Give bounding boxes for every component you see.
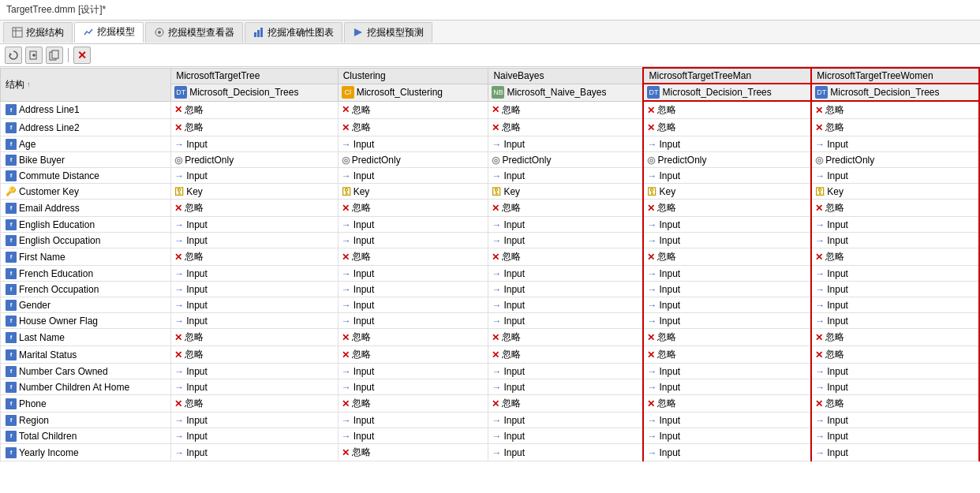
row-structure-house_owner_flag[interactable]: f House Owner Flag xyxy=(1,313,171,329)
cell-marital_status-mttman[interactable]: ✕ 忽略 xyxy=(643,346,811,364)
cell-french_education-naivebayes[interactable]: → Input xyxy=(488,266,644,282)
cell-email_address-mttman[interactable]: ✕ 忽略 xyxy=(643,200,811,217)
cell-phone-mttwoman[interactable]: ✕ 忽略 xyxy=(811,395,979,413)
cell-house_owner_flag-naivebayes[interactable]: → Input xyxy=(488,313,644,329)
cell-email_address-mttwoman[interactable]: ✕ 忽略 xyxy=(811,200,979,217)
row-structure-phone[interactable]: f Phone xyxy=(1,395,171,413)
cell-number_cars_owned-mtt[interactable]: → Input xyxy=(171,364,338,379)
cell-bike_buyer-mttman[interactable]: ◎ PredictOnly xyxy=(643,152,811,168)
cell-gender-mtt[interactable]: → Input xyxy=(171,297,338,313)
clustering-column-header[interactable]: Clustering xyxy=(338,68,488,84)
row-structure-number_children_at_home[interactable]: f Number Children At Home xyxy=(1,379,171,395)
row-structure-customer_key[interactable]: 🔑 Customer Key xyxy=(1,184,171,200)
cell-total_children-mttwoman[interactable]: → Input xyxy=(811,428,979,444)
cell-number_children_at_home-mttwoman[interactable]: → Input xyxy=(811,379,979,395)
cell-region-clustering[interactable]: → Input xyxy=(338,413,488,428)
row-structure-yearly_income[interactable]: f Yearly Income xyxy=(1,444,171,461)
cell-customer_key-clustering[interactable]: ⚿ Key xyxy=(338,184,488,200)
cell-first_name-mttman[interactable]: ✕ 忽略 xyxy=(643,248,811,266)
row-structure-age[interactable]: f Age xyxy=(1,136,171,152)
row-structure-commute_distance[interactable]: f Commute Distance xyxy=(1,168,171,184)
cell-address_line1-clustering[interactable]: ✕ 忽略 xyxy=(338,101,488,119)
cell-french_occupation-clustering[interactable]: → Input xyxy=(338,282,488,297)
row-structure-region[interactable]: f Region xyxy=(1,413,171,428)
cell-customer_key-mttwoman[interactable]: ⚿ Key xyxy=(811,184,979,200)
cell-marital_status-mttwoman[interactable]: ✕ 忽略 xyxy=(811,346,979,364)
cell-phone-naivebayes[interactable]: ✕ 忽略 xyxy=(488,395,644,413)
cell-english_education-mttwoman[interactable]: → Input xyxy=(811,217,979,233)
cell-customer_key-mttman[interactable]: ⚿ Key xyxy=(643,184,811,200)
row-structure-gender[interactable]: f Gender xyxy=(1,297,171,313)
cell-bike_buyer-mtt[interactable]: ◎ PredictOnly xyxy=(171,152,338,168)
cell-english_occupation-clustering[interactable]: → Input xyxy=(338,233,488,248)
cell-address_line1-mtt[interactable]: ✕ 忽略 xyxy=(171,101,338,119)
cell-gender-clustering[interactable]: → Input xyxy=(338,297,488,313)
cell-yearly_income-clustering[interactable]: ✕ 忽略 xyxy=(338,444,488,461)
cell-address_line2-naivebayes[interactable]: ✕ 忽略 xyxy=(488,119,644,136)
cell-french_occupation-mtt[interactable]: → Input xyxy=(171,282,338,297)
cell-house_owner_flag-mttman[interactable]: → Input xyxy=(643,313,811,329)
cell-french_education-clustering[interactable]: → Input xyxy=(338,266,488,282)
row-structure-address_line2[interactable]: f Address Line2 xyxy=(1,119,171,136)
cell-number_cars_owned-naivebayes[interactable]: → Input xyxy=(488,364,644,379)
cell-age-mttwoman[interactable]: → Input xyxy=(811,136,979,152)
cell-english_occupation-mttwoman[interactable]: → Input xyxy=(811,233,979,248)
cell-total_children-clustering[interactable]: → Input xyxy=(338,428,488,444)
delete-button[interactable]: ✕ xyxy=(73,47,91,64)
cell-region-mttwoman[interactable]: → Input xyxy=(811,413,979,428)
cell-english_occupation-mttman[interactable]: → Input xyxy=(643,233,811,248)
cell-email_address-naivebayes[interactable]: ✕ 忽略 xyxy=(488,200,644,217)
row-structure-marital_status[interactable]: f Marital Status xyxy=(1,346,171,364)
cell-phone-mttman[interactable]: ✕ 忽略 xyxy=(643,395,811,413)
row-structure-english_occupation[interactable]: f English Occupation xyxy=(1,233,171,248)
cell-french_education-mttwoman[interactable]: → Input xyxy=(811,266,979,282)
cell-phone-clustering[interactable]: ✕ 忽略 xyxy=(338,395,488,413)
mttwoman-column-header[interactable]: MicrosoftTargetTreeWomen xyxy=(811,68,979,84)
cell-customer_key-mtt[interactable]: ⚿ Key xyxy=(171,184,338,200)
row-structure-address_line1[interactable]: f Address Line1 xyxy=(1,101,171,119)
cell-number_cars_owned-clustering[interactable]: → Input xyxy=(338,364,488,379)
cell-age-clustering[interactable]: → Input xyxy=(338,136,488,152)
cell-address_line2-mttman[interactable]: ✕ 忽略 xyxy=(643,119,811,136)
row-structure-email_address[interactable]: f Email Address xyxy=(1,200,171,217)
cell-number_children_at_home-mtt[interactable]: → Input xyxy=(171,379,338,395)
cell-total_children-naivebayes[interactable]: → Input xyxy=(488,428,644,444)
cell-region-mtt[interactable]: → Input xyxy=(171,413,338,428)
cell-commute_distance-mttman[interactable]: → Input xyxy=(643,168,811,184)
cell-bike_buyer-naivebayes[interactable]: ◎ PredictOnly xyxy=(488,152,644,168)
cell-marital_status-mtt[interactable]: ✕ 忽略 xyxy=(171,346,338,364)
cell-region-mttman[interactable]: → Input xyxy=(643,413,811,428)
cell-gender-mttman[interactable]: → Input xyxy=(643,297,811,313)
cell-marital_status-clustering[interactable]: ✕ 忽略 xyxy=(338,346,488,364)
cell-last_name-mttman[interactable]: ✕ 忽略 xyxy=(643,329,811,346)
row-structure-french_occupation[interactable]: f French Occupation xyxy=(1,282,171,297)
cell-marital_status-naivebayes[interactable]: ✕ 忽略 xyxy=(488,346,644,364)
cell-email_address-clustering[interactable]: ✕ 忽略 xyxy=(338,200,488,217)
cell-house_owner_flag-clustering[interactable]: → Input xyxy=(338,313,488,329)
cell-french_occupation-naivebayes[interactable]: → Input xyxy=(488,282,644,297)
row-structure-last_name[interactable]: f Last Name xyxy=(1,329,171,346)
row-structure-bike_buyer[interactable]: f Bike Buyer xyxy=(1,152,171,168)
tab-mining-model[interactable]: 挖掘模型 xyxy=(74,22,144,43)
cell-number_cars_owned-mttwoman[interactable]: → Input xyxy=(811,364,979,379)
cell-french_occupation-mttwoman[interactable]: → Input xyxy=(811,282,979,297)
cell-total_children-mtt[interactable]: → Input xyxy=(171,428,338,444)
cell-number_children_at_home-clustering[interactable]: → Input xyxy=(338,379,488,395)
cell-last_name-naivebayes[interactable]: ✕ 忽略 xyxy=(488,329,644,346)
cell-bike_buyer-mttwoman[interactable]: ◎ PredictOnly xyxy=(811,152,979,168)
cell-phone-mtt[interactable]: ✕ 忽略 xyxy=(171,395,338,413)
cell-commute_distance-naivebayes[interactable]: → Input xyxy=(488,168,644,184)
refresh-button[interactable] xyxy=(5,47,22,64)
cell-commute_distance-mtt[interactable]: → Input xyxy=(171,168,338,184)
cell-first_name-mtt[interactable]: ✕ 忽略 xyxy=(171,248,338,266)
cell-address_line2-mtt[interactable]: ✕ 忽略 xyxy=(171,119,338,136)
tab-prediction[interactable]: 挖掘模型预测 xyxy=(344,22,432,43)
row-structure-number_cars_owned[interactable]: f Number Cars Owned xyxy=(1,364,171,379)
new-button[interactable] xyxy=(25,47,43,64)
cell-last_name-mtt[interactable]: ✕ 忽略 xyxy=(171,329,338,346)
cell-last_name-clustering[interactable]: ✕ 忽略 xyxy=(338,329,488,346)
cell-age-mtt[interactable]: → Input xyxy=(171,136,338,152)
cell-address_line1-naivebayes[interactable]: ✕ 忽略 xyxy=(488,101,644,119)
cell-first_name-clustering[interactable]: ✕ 忽略 xyxy=(338,248,488,266)
cell-bike_buyer-clustering[interactable]: ◎ PredictOnly xyxy=(338,152,488,168)
